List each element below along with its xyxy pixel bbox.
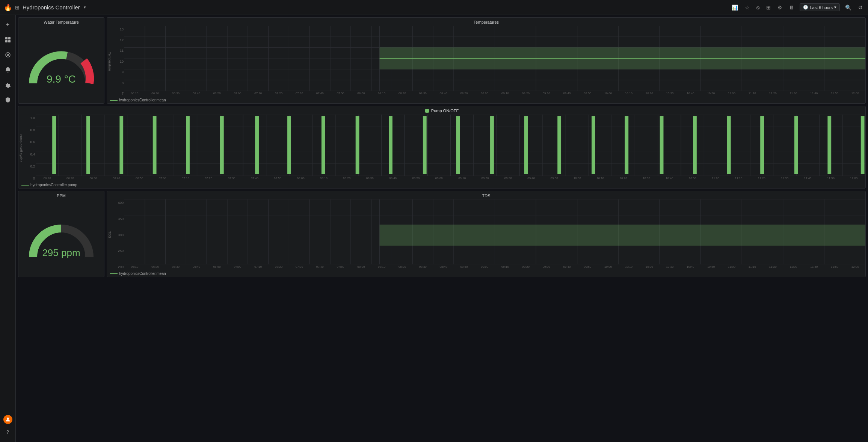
bar-chart-icon[interactable]: 📊 [730,4,740,11]
dashboard-icon[interactable]: ⊞ [765,4,772,11]
sidebar-bottom: ? [1,415,15,439]
temp-chart-inner: 06:10 06:20 06:30 06:40 06:50 07:00 07:1… [124,26,865,97]
svg-rect-86 [119,116,123,174]
svg-rect-91 [287,116,291,174]
tds-y-axis-label: TDS [107,199,112,270]
svg-rect-105 [760,116,764,174]
water-temp-value: 9.9 °C [26,73,97,85]
sidebar-item-shield[interactable] [1,93,15,107]
tds-chart-wrapper: TDS 400 350 300 250 200 [107,199,865,270]
pump-x-axis: 06:10 06:20 06:30 06:40 06:50 07:00 07:1… [36,176,865,182]
pump-chart-inner: 06:10 06:20 06:30 06:40 06:50 07:00 07:1… [36,115,865,182]
pump-chart-svg [36,115,865,176]
svg-rect-108 [861,116,865,174]
ppm-panel: PPM 295 ppm [18,191,104,277]
svg-rect-90 [255,116,259,174]
svg-rect-92 [322,116,325,174]
svg-rect-84 [52,116,56,174]
refresh-icon[interactable]: ↺ [857,4,864,11]
pump-title: Pump ON/OFF [18,106,865,115]
svg-rect-100 [592,116,595,174]
temp-legend-line [110,100,118,101]
temp-chart-area [124,26,865,91]
tds-legend-label: hydroponicsController.mean [119,272,166,276]
svg-rect-0 [5,37,8,39]
svg-rect-141 [380,225,865,246]
svg-rect-97 [490,116,494,174]
tds-title: TDS [107,191,865,199]
ppm-title: PPM [54,191,69,199]
pump-legend-label: hydroponicsController.pump [30,183,77,187]
svg-point-4 [6,53,10,57]
ppm-gauge: 295 ppm [26,214,97,262]
temperatures-panel: Temperatures Temperature 13 12 11 10 9 8… [107,17,866,104]
temperatures-chart-wrapper: Temperature 13 12 11 10 9 8 7 [107,26,865,97]
main-content: Water Temperature 9.9 [16,15,868,442]
tds-panel: TDS TDS 400 350 300 250 200 [107,191,866,277]
tds-chart-area [124,199,865,264]
svg-rect-2 [5,40,8,42]
svg-rect-95 [423,116,427,174]
help-button[interactable]: ? [1,425,15,439]
time-caret-icon: ▾ [834,5,836,10]
pump-panel: Pump ON/OFF Pump on/off cycles 1.0 0.8 0… [18,106,866,189]
sidebar: + ? [0,15,16,442]
app-title: Hydroponics Controller [23,4,80,11]
svg-point-6 [7,418,9,419]
tds-legend-line [110,273,118,274]
sidebar-item-config[interactable] [1,78,15,92]
share-icon[interactable]: ⎋ [755,4,761,11]
pump-legend-dot [425,109,429,113]
pump-legend-line [21,185,29,186]
pump-chart-wrapper: Pump on/off cycles 1.0 0.8 0.6 0.4 0.2 0 [18,115,865,182]
tds-chart-inner: 06:10 06:20 06:30 06:40 06:50 07:00 07:1… [124,199,865,270]
pump-y-axis: 1.0 0.8 0.6 0.4 0.2 0 [24,115,36,182]
row-top: Water Temperature 9.9 [18,17,866,104]
svg-rect-98 [524,116,528,174]
temp-legend: hydroponicsController.mean [107,97,865,103]
avatar[interactable] [3,415,12,424]
topnav: 🔥 ⊞ Hydroponics Controller ▾ 📊 ☆ ⎋ ⊞ ⚙ 🖥… [0,0,868,15]
row-bottom: PPM 295 ppm [18,191,866,277]
temp-y-axis-label: Temperature [107,26,112,97]
tds-chart-svg [124,199,865,264]
pump-chart-area [36,115,865,176]
svg-rect-101 [625,116,628,174]
water-temp-panel: Water Temperature 9.9 [18,17,104,104]
temp-y-axis: 13 12 11 10 9 8 7 [112,26,124,97]
title-caret[interactable]: ▾ [84,5,86,10]
layout: + ? Water Temperature [0,15,868,442]
water-temp-title: Water Temperature [41,18,82,26]
svg-point-5 [7,54,9,56]
svg-rect-107 [827,116,831,174]
svg-rect-1 [8,37,11,39]
sidebar-item-alerts[interactable] [1,63,15,77]
time-range-picker[interactable]: 🕐 Last 6 hours ▾ [800,3,840,11]
star-icon[interactable]: ☆ [743,4,751,11]
app-logo-icon: 🔥 [4,3,12,12]
topnav-right: 📊 ☆ ⎋ ⊞ ⚙ 🖥 🕐 Last 6 hours ▾ 🔍 ↺ [730,3,864,11]
temp-legend-label: hydroponicsController.mean [119,98,166,102]
sidebar-item-explore[interactable] [1,48,15,62]
temp-chart-svg [124,26,865,91]
svg-rect-93 [356,116,359,174]
svg-rect-3 [8,40,11,42]
sidebar-item-dashboard[interactable] [1,33,15,47]
monitor-icon[interactable]: 🖥 [788,4,796,11]
clock-icon: 🕐 [803,5,808,10]
svg-rect-87 [153,116,157,174]
ppm-value: 295 ppm [26,247,97,259]
settings-icon[interactable]: ⚙ [776,4,784,11]
svg-rect-99 [557,116,561,174]
search-icon[interactable]: 🔍 [844,4,853,11]
pump-legend: hydroponicsController.pump [18,182,865,188]
grid-icon: ⊞ [15,5,20,11]
sidebar-item-add[interactable]: + [1,18,15,32]
tds-y-axis: 400 350 300 250 200 [112,199,124,270]
svg-rect-103 [693,116,697,174]
pump-title-label: Pump ON/OFF [431,109,459,113]
svg-rect-89 [220,116,224,174]
tds-legend: hydroponicsController.mean [107,270,865,277]
svg-rect-102 [660,116,664,174]
tds-x-axis: 06:10 06:20 06:30 06:40 06:50 07:00 07:1… [124,264,865,270]
